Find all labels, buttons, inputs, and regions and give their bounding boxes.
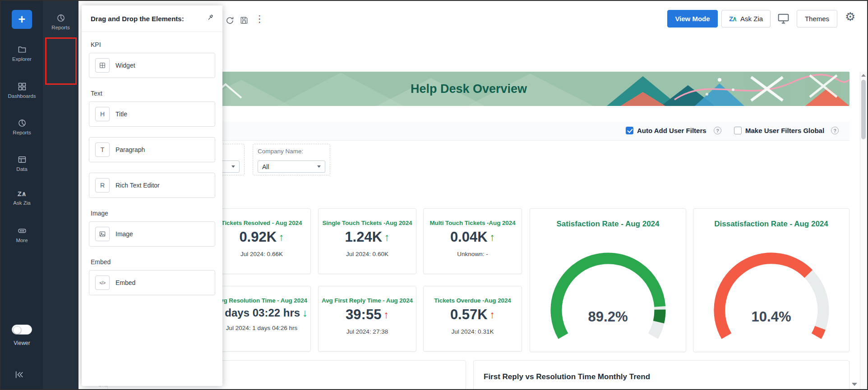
chevron-down-icon xyxy=(231,165,235,168)
company-name-filter-box: Company Name: All xyxy=(253,144,330,175)
sidebar-item-more[interactable]: More xyxy=(1,226,43,243)
element-label: Paragraph xyxy=(115,146,145,153)
kpi-widget-tickets-overdue[interactable]: Tickets Overdue -Aug 2024 0.57K↑ Jul 202… xyxy=(423,286,522,352)
chevron-down-icon xyxy=(317,165,321,168)
sidebar-item-label: Dashboards xyxy=(8,93,36,99)
view-mode-label: View Mode xyxy=(675,15,710,23)
trend-down-icon: ↓ xyxy=(302,307,308,319)
kpi-value: 1.24K xyxy=(345,229,382,245)
kpi-value: 39:55 xyxy=(346,307,381,323)
kpi-comparison: Jul 2024: 27:38 xyxy=(346,328,388,335)
kpi-widget-avg-first-reply-time[interactable]: Avg First Reply Time - Aug 2024 39:55↑ J… xyxy=(318,286,416,352)
view-mode-button[interactable]: View Mode xyxy=(667,10,718,28)
sidebar-item-label: Reports xyxy=(13,130,31,135)
gauge-widget-dissatisfaction-rate[interactable]: Dissatisfaction Rate - Aug 2024 10.4% xyxy=(693,208,850,352)
gauge-value: 10.4% xyxy=(693,309,849,325)
trend-up-icon: ↑ xyxy=(490,309,495,321)
company-name-select[interactable]: All xyxy=(258,161,325,173)
save-button[interactable] xyxy=(240,16,249,26)
element-embed[interactable]: </> Embed xyxy=(89,270,215,295)
embed-icon: </> xyxy=(95,275,110,290)
make-user-filters-global-checkbox[interactable] xyxy=(734,127,742,134)
elements-panel: Drag and Drop the Elements: KPI Widget T… xyxy=(82,5,222,386)
kpi-widget-tickets-resolved[interactable]: Tickets Resolved - Aug 2024 0.92K↑ Jul 2… xyxy=(212,208,311,274)
auto-add-user-filters-label: Auto Add User Filters xyxy=(637,127,706,134)
section-label-text: Text xyxy=(91,90,213,97)
scrollbar-thumb[interactable] xyxy=(861,80,866,139)
sidebar-item-explorer[interactable]: Explorer xyxy=(1,45,43,62)
trend-up-icon: ↑ xyxy=(279,231,284,243)
save-icon xyxy=(240,16,249,25)
sidebar-item-dashboards[interactable]: Dashboards xyxy=(1,82,43,99)
refresh-button[interactable] xyxy=(225,16,235,27)
kebab-icon: ⋮ xyxy=(255,14,264,24)
zia-icon: Z∧ xyxy=(18,190,26,198)
rich-text-icon: R xyxy=(95,178,110,193)
pie-chart-icon xyxy=(56,14,65,23)
secondary-sidebar: Reports Elements OFF Grid xyxy=(43,1,78,389)
kpi-title: Avg Resolution Time - Aug 2024 xyxy=(216,297,307,304)
section-label-kpi: KPI xyxy=(91,41,213,48)
gauge-title: Satisfaction Rate - Aug 2024 xyxy=(530,220,686,229)
title-icon: H xyxy=(95,107,110,121)
trend-up-icon: ↑ xyxy=(384,231,390,243)
vertical-scrollbar[interactable] xyxy=(860,72,867,389)
element-label: Title xyxy=(115,110,127,118)
folder-icon xyxy=(18,45,27,54)
scroll-down-icon[interactable] xyxy=(852,383,857,386)
viewer-label: Viewer xyxy=(1,340,43,346)
auto-add-user-filters-checkbox[interactable] xyxy=(626,127,633,134)
gauge-widget-satisfaction-rate[interactable]: Satisfaction Rate - Aug 2024 89.2% xyxy=(530,208,686,352)
collapse-sidebar-icon[interactable] xyxy=(14,370,24,381)
paragraph-icon: T xyxy=(95,142,110,157)
create-new-button[interactable]: + xyxy=(12,10,32,29)
elements-panel-header: Drag and Drop the Elements: xyxy=(82,5,222,32)
dashboards-icon xyxy=(18,82,27,91)
element-paragraph[interactable]: T Paragraph xyxy=(89,137,215,162)
kpi-comparison: Jul 2024: 1 days 04:26 hrs xyxy=(226,325,297,331)
element-label: Widget xyxy=(115,62,135,69)
sidebar-item-ask-zia[interactable]: Z∧ Ask Zia xyxy=(1,190,43,206)
kpi-widget-avg-resolution-time[interactable]: Avg Resolution Time - Aug 2024 1 days 03… xyxy=(212,286,311,352)
viewer-toggle[interactable] xyxy=(12,325,32,335)
pin-icon[interactable] xyxy=(206,14,214,23)
trend-up-icon: ↑ xyxy=(490,231,495,243)
element-title[interactable]: H Title xyxy=(89,101,215,127)
sidebar-item-label: Data xyxy=(16,166,27,172)
kpi-comparison: Unknown: - xyxy=(457,251,488,257)
gear-icon: ⚙ xyxy=(845,10,855,23)
sidebar-item-reports[interactable]: Reports xyxy=(1,119,43,135)
section-label-embed: Embed xyxy=(91,258,213,266)
sidebar-item-reports-secondary[interactable]: Reports xyxy=(43,14,78,30)
themes-button[interactable]: Themes xyxy=(797,10,837,28)
scroll-up-icon[interactable] xyxy=(861,74,866,77)
element-widget[interactable]: Widget xyxy=(89,53,215,78)
kpi-widget-single-touch-tickets[interactable]: Single Touch Tickets -Aug 2024 1.24K↑ Ju… xyxy=(318,208,416,274)
ask-zia-button[interactable]: Z∧ Ask Zia xyxy=(721,10,771,28)
kpi-title: Avg First Reply Time - Aug 2024 xyxy=(322,297,413,304)
kpi-widget-multi-touch-tickets[interactable]: Multi Touch Tickets -Aug 2024 0.04K↑ Unk… xyxy=(423,208,522,274)
kpi-comparison: Jul 2024: 0.60K xyxy=(346,251,388,257)
trend-up-icon: ↑ xyxy=(383,309,389,321)
settings-button[interactable]: ⚙ xyxy=(845,11,855,23)
section-label-image: Image xyxy=(91,210,213,217)
sidebar-item-label: More xyxy=(16,238,28,243)
refresh-icon xyxy=(225,16,235,25)
more-options-button[interactable]: ⋮ xyxy=(255,14,264,23)
bottom-right-chart-panel[interactable]: First Reply vs Resolution Time Monthly T… xyxy=(473,360,850,390)
zoho-analytics-dashboard-editor: + Explorer Dashboards Reports Data Z∧ As… xyxy=(0,0,868,390)
sidebar-item-data[interactable]: Data xyxy=(1,155,43,172)
data-table-icon xyxy=(18,155,27,164)
pie-chart-icon xyxy=(18,119,27,128)
kpi-title: Tickets Resolved - Aug 2024 xyxy=(222,220,302,226)
kpi-value: 1 days 03:22 hrs xyxy=(216,307,300,319)
kpi-value: 0.04K xyxy=(450,229,488,245)
gauge-title: Dissatisfaction Rate - Aug 2024 xyxy=(693,220,849,229)
element-label: Rich Text Editor xyxy=(115,182,160,189)
presentation-button[interactable] xyxy=(776,12,790,27)
elements-panel-body: KPI Widget Text H Title T Paragraph R Ri… xyxy=(82,41,222,295)
element-image[interactable]: Image xyxy=(89,221,215,247)
help-icon[interactable]: ? xyxy=(831,127,839,134)
help-icon[interactable]: ? xyxy=(714,127,721,134)
element-rich-text-editor[interactable]: R Rich Text Editor xyxy=(89,173,215,198)
